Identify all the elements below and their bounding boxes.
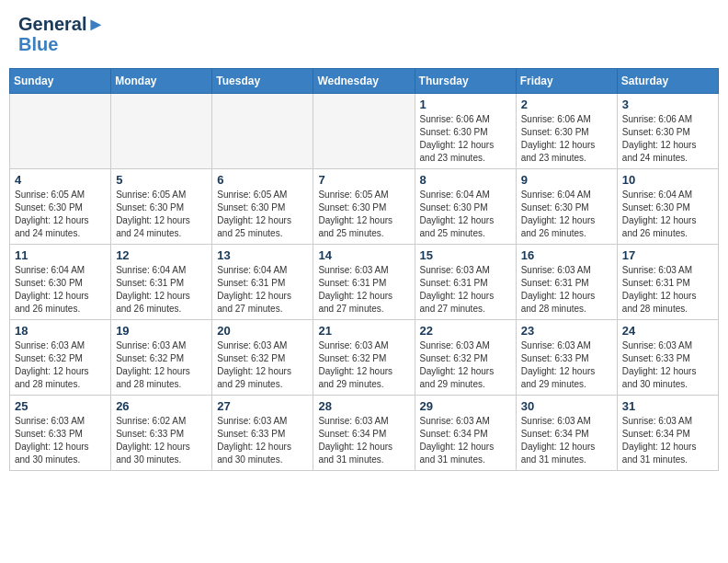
calendar-cell: 7Sunrise: 6:05 AMSunset: 6:30 PMDaylight… [313, 169, 415, 245]
col-header-monday: Monday [111, 69, 212, 94]
day-number: 29 [420, 399, 511, 413]
calendar-cell: 22Sunrise: 6:03 AMSunset: 6:32 PMDayligh… [415, 320, 516, 396]
logo-general: General► [18, 14, 105, 34]
day-number: 16 [521, 248, 612, 262]
day-number: 13 [217, 248, 308, 262]
week-row-1: 1Sunrise: 6:06 AMSunset: 6:30 PMDaylight… [10, 94, 719, 169]
calendar-cell: 26Sunrise: 6:02 AMSunset: 6:33 PMDayligh… [111, 396, 212, 471]
col-header-friday: Friday [516, 69, 617, 94]
cell-info: Sunrise: 6:02 AMSunset: 6:33 PMDaylight:… [116, 415, 207, 466]
calendar-cell: 1Sunrise: 6:06 AMSunset: 6:30 PMDaylight… [415, 94, 516, 169]
day-number: 21 [318, 324, 409, 338]
cell-info: Sunrise: 6:03 AMSunset: 6:31 PMDaylight:… [622, 264, 713, 316]
calendar-cell: 8Sunrise: 6:04 AMSunset: 6:30 PMDaylight… [415, 169, 516, 245]
day-number: 14 [318, 248, 409, 262]
day-number: 18 [15, 324, 106, 338]
col-header-saturday: Saturday [617, 69, 718, 94]
cell-info: Sunrise: 6:03 AMSunset: 6:32 PMDaylight:… [420, 339, 511, 391]
calendar-cell: 24Sunrise: 6:03 AMSunset: 6:33 PMDayligh… [617, 320, 718, 396]
cell-info: Sunrise: 6:03 AMSunset: 6:32 PMDaylight:… [116, 339, 207, 391]
cell-info: Sunrise: 6:06 AMSunset: 6:30 PMDaylight:… [521, 113, 612, 165]
calendar-cell: 11Sunrise: 6:04 AMSunset: 6:30 PMDayligh… [10, 245, 111, 320]
day-number: 8 [420, 173, 511, 187]
day-number: 5 [116, 173, 207, 187]
day-number: 4 [15, 173, 106, 187]
day-number: 28 [318, 399, 409, 413]
calendar-cell: 25Sunrise: 6:03 AMSunset: 6:33 PMDayligh… [10, 396, 111, 471]
day-number: 6 [217, 173, 308, 187]
day-number: 19 [116, 324, 207, 338]
cell-info: Sunrise: 6:04 AMSunset: 6:31 PMDaylight:… [217, 264, 308, 316]
cell-info: Sunrise: 6:05 AMSunset: 6:30 PMDaylight:… [217, 189, 308, 240]
cell-info: Sunrise: 6:03 AMSunset: 6:32 PMDaylight:… [15, 339, 106, 391]
week-row-3: 11Sunrise: 6:04 AMSunset: 6:30 PMDayligh… [10, 245, 719, 320]
calendar-cell: 6Sunrise: 6:05 AMSunset: 6:30 PMDaylight… [212, 169, 313, 245]
cell-info: Sunrise: 6:05 AMSunset: 6:30 PMDaylight:… [15, 189, 106, 240]
calendar-cell: 3Sunrise: 6:06 AMSunset: 6:30 PMDaylight… [617, 94, 718, 169]
cell-info: Sunrise: 6:04 AMSunset: 6:30 PMDaylight:… [521, 189, 612, 240]
cell-info: Sunrise: 6:04 AMSunset: 6:30 PMDaylight:… [15, 264, 106, 316]
day-number: 11 [15, 248, 106, 262]
calendar-cell: 28Sunrise: 6:03 AMSunset: 6:34 PMDayligh… [313, 396, 415, 471]
day-number: 15 [420, 248, 511, 262]
calendar-cell: 13Sunrise: 6:04 AMSunset: 6:31 PMDayligh… [212, 245, 313, 320]
cell-info: Sunrise: 6:04 AMSunset: 6:30 PMDaylight:… [622, 189, 713, 240]
cell-info: Sunrise: 6:03 AMSunset: 6:33 PMDaylight:… [217, 415, 308, 466]
cell-info: Sunrise: 6:03 AMSunset: 6:31 PMDaylight:… [318, 264, 409, 316]
cell-info: Sunrise: 6:03 AMSunset: 6:34 PMDaylight:… [318, 415, 409, 466]
calendar-cell: 30Sunrise: 6:03 AMSunset: 6:34 PMDayligh… [516, 396, 617, 471]
col-header-thursday: Thursday [415, 69, 516, 94]
week-row-2: 4Sunrise: 6:05 AMSunset: 6:30 PMDaylight… [10, 169, 719, 245]
cell-info: Sunrise: 6:03 AMSunset: 6:33 PMDaylight:… [521, 339, 612, 391]
cell-info: Sunrise: 6:04 AMSunset: 6:31 PMDaylight:… [116, 264, 207, 316]
cell-info: Sunrise: 6:03 AMSunset: 6:32 PMDaylight:… [217, 339, 308, 391]
calendar-cell: 9Sunrise: 6:04 AMSunset: 6:30 PMDaylight… [516, 169, 617, 245]
calendar-cell: 31Sunrise: 6:03 AMSunset: 6:34 PMDayligh… [617, 396, 718, 471]
calendar-cell: 19Sunrise: 6:03 AMSunset: 6:32 PMDayligh… [111, 320, 212, 396]
calendar-cell: 29Sunrise: 6:03 AMSunset: 6:34 PMDayligh… [415, 396, 516, 471]
calendar-cell: 17Sunrise: 6:03 AMSunset: 6:31 PMDayligh… [617, 245, 718, 320]
calendar-cell [111, 94, 212, 169]
day-number: 3 [622, 98, 713, 111]
calendar-cell: 15Sunrise: 6:03 AMSunset: 6:31 PMDayligh… [415, 245, 516, 320]
day-number: 10 [622, 173, 713, 187]
day-number: 26 [116, 399, 207, 413]
calendar-cell: 20Sunrise: 6:03 AMSunset: 6:32 PMDayligh… [212, 320, 313, 396]
cell-info: Sunrise: 6:03 AMSunset: 6:33 PMDaylight:… [15, 415, 106, 466]
calendar-cell: 12Sunrise: 6:04 AMSunset: 6:31 PMDayligh… [111, 245, 212, 320]
day-number: 17 [622, 248, 713, 262]
calendar-cell: 23Sunrise: 6:03 AMSunset: 6:33 PMDayligh… [516, 320, 617, 396]
cell-info: Sunrise: 6:05 AMSunset: 6:30 PMDaylight:… [116, 189, 207, 240]
col-header-sunday: Sunday [10, 69, 111, 94]
day-number: 30 [521, 399, 612, 413]
cell-info: Sunrise: 6:03 AMSunset: 6:33 PMDaylight:… [622, 339, 713, 391]
calendar-cell: 5Sunrise: 6:05 AMSunset: 6:30 PMDaylight… [111, 169, 212, 245]
day-number: 12 [116, 248, 207, 262]
calendar-cell: 18Sunrise: 6:03 AMSunset: 6:32 PMDayligh… [10, 320, 111, 396]
day-number: 20 [217, 324, 308, 338]
day-number: 23 [521, 324, 612, 338]
calendar-cell: 21Sunrise: 6:03 AMSunset: 6:32 PMDayligh… [313, 320, 415, 396]
calendar-cell: 10Sunrise: 6:04 AMSunset: 6:30 PMDayligh… [617, 169, 718, 245]
col-header-wednesday: Wednesday [313, 69, 415, 94]
day-number: 22 [420, 324, 511, 338]
week-row-4: 18Sunrise: 6:03 AMSunset: 6:32 PMDayligh… [10, 320, 719, 396]
day-number: 24 [622, 324, 713, 338]
cell-info: Sunrise: 6:03 AMSunset: 6:34 PMDaylight:… [420, 415, 511, 466]
cell-info: Sunrise: 6:03 AMSunset: 6:34 PMDaylight:… [521, 415, 612, 466]
day-number: 1 [420, 98, 511, 111]
col-header-tuesday: Tuesday [212, 69, 313, 94]
page-header: General► Blue [9, 9, 719, 59]
logo-blue: Blue [18, 34, 105, 54]
day-number: 2 [521, 98, 612, 111]
day-number: 25 [15, 399, 106, 413]
logo: General► Blue [18, 14, 105, 54]
cell-info: Sunrise: 6:06 AMSunset: 6:30 PMDaylight:… [622, 113, 713, 165]
calendar-cell [313, 94, 415, 169]
cell-info: Sunrise: 6:04 AMSunset: 6:30 PMDaylight:… [420, 189, 511, 240]
cell-info: Sunrise: 6:05 AMSunset: 6:30 PMDaylight:… [318, 189, 409, 240]
calendar-cell: 14Sunrise: 6:03 AMSunset: 6:31 PMDayligh… [313, 245, 415, 320]
calendar-table: SundayMondayTuesdayWednesdayThursdayFrid… [9, 68, 719, 471]
cell-info: Sunrise: 6:03 AMSunset: 6:32 PMDaylight:… [318, 339, 409, 391]
calendar-cell: 2Sunrise: 6:06 AMSunset: 6:30 PMDaylight… [516, 94, 617, 169]
